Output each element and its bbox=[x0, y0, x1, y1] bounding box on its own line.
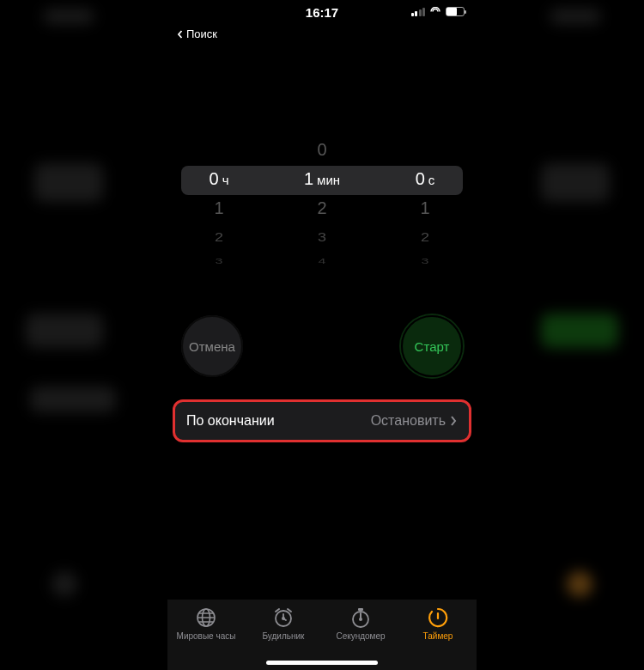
start-button[interactable]: Старт bbox=[401, 315, 463, 377]
tab-timer[interactable]: Таймер bbox=[399, 606, 477, 670]
status-right bbox=[411, 7, 465, 16]
cancel-button[interactable]: Отмена bbox=[181, 315, 243, 377]
control-buttons: Отмена Старт bbox=[167, 315, 477, 377]
stopwatch-icon bbox=[349, 606, 372, 629]
svg-rect-5 bbox=[358, 608, 363, 611]
seconds-column[interactable]: 0с 1 2 3 bbox=[374, 135, 477, 272]
minutes-column[interactable]: 0 1мин 2 3 4 bbox=[270, 135, 374, 272]
status-time: 16:17 bbox=[306, 5, 338, 20]
end-value: Остановить bbox=[371, 413, 458, 429]
tab-bar: Мировые часы Будильник Секундомер bbox=[167, 600, 477, 670]
status-bar: 16:17 bbox=[167, 0, 477, 38]
globe-icon bbox=[195, 606, 217, 629]
svg-point-3 bbox=[282, 617, 285, 620]
timer-icon bbox=[427, 606, 449, 629]
when-timer-ends-row[interactable]: По окончании Остановить bbox=[174, 401, 470, 441]
end-label: По окончании bbox=[186, 413, 275, 429]
chevron-right-icon bbox=[449, 415, 458, 427]
home-indicator[interactable] bbox=[266, 661, 378, 665]
signal-icon bbox=[411, 8, 426, 16]
alarm-icon bbox=[272, 606, 295, 629]
link-icon bbox=[429, 7, 441, 16]
phone-viewport: 16:17 Поиск 0ч 1 2 3 0 1мин 2 3 4 bbox=[167, 0, 477, 670]
battery-icon bbox=[446, 7, 465, 16]
svg-point-6 bbox=[359, 618, 362, 621]
time-picker[interactable]: 0ч 1 2 3 0 1мин 2 3 4 0с 1 2 3 bbox=[167, 135, 477, 272]
hours-column[interactable]: 0ч 1 2 3 bbox=[167, 135, 270, 272]
tab-worldclock[interactable]: Мировые часы bbox=[167, 606, 245, 670]
